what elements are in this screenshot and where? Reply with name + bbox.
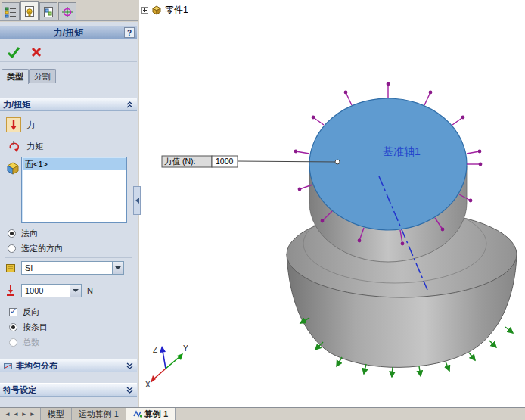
tree-root-label[interactable]: 零件1 — [165, 4, 188, 17]
reverse-checkbox[interactable] — [9, 308, 17, 316]
normal-label: 法向 — [21, 228, 38, 239]
viewport-canvas: 基准轴1 力值 (N): 1000 Z X Y — [139, 0, 525, 407]
tab-scroll-buttons: ◄ ◄ ► ► — [0, 408, 41, 420]
axis-label: 基准轴1 — [383, 145, 421, 157]
dimxpert-icon — [61, 6, 73, 18]
callout-value[interactable]: 1000 — [216, 157, 234, 166]
panel-splitter[interactable] — [133, 186, 141, 215]
statusbar-fill — [176, 408, 525, 420]
ok-button[interactable] — [6, 45, 21, 60]
radio-total[interactable] — [9, 338, 17, 347]
tab-model[interactable]: 模型 — [41, 408, 72, 420]
force-option[interactable]: 力 — [6, 117, 35, 132]
per-item-label: 按条目 — [23, 322, 48, 333]
triad-y-label: Y — [183, 344, 188, 353]
radio-selected-direction[interactable] — [8, 244, 16, 253]
panel-title: 力/扭矩 — [54, 26, 83, 39]
unit-dropdown[interactable]: SI — [21, 261, 124, 275]
force-value-row: 1000 N — [5, 284, 93, 297]
solidworks-window: 力/扭矩 ? 类型 分割 — [0, 0, 525, 420]
reverse-option[interactable]: 反向 — [9, 306, 39, 318]
radio-per-item[interactable] — [9, 323, 17, 331]
panel-actions — [0, 42, 137, 62]
dimxpert-tab[interactable] — [58, 2, 76, 20]
units-icon — [5, 262, 17, 274]
tab-motion-study-label: 运动算例 1 — [79, 409, 119, 420]
tab-motion-study[interactable]: 运动算例 1 — [72, 408, 126, 420]
torque-icon — [6, 138, 21, 154]
tab-split[interactable]: 分割 — [29, 69, 56, 83]
help-button[interactable]: ? — [124, 27, 135, 38]
group-header-symbol-settings[interactable]: 符号设定 — [0, 383, 137, 397]
unit-row: SI — [5, 261, 124, 275]
tab-study-label: 算例 1 — [144, 409, 168, 420]
tab-model-label: 模型 — [48, 409, 64, 420]
selected-direction-option[interactable]: 选定的方向 — [8, 243, 63, 254]
propertymanager-icon — [23, 5, 36, 17]
group-header-nonuniform[interactable]: 非均匀分布 — [0, 359, 137, 372]
graphics-area[interactable]: 基准轴1 力值 (N): 1000 Z X Y — [139, 0, 525, 407]
propertymanager-tab[interactable] — [20, 1, 39, 20]
featuremanager-icon — [5, 6, 17, 18]
normal-direction-option[interactable]: 法向 — [8, 228, 38, 239]
force-value: 1000 — [25, 286, 43, 295]
force-value-icon — [5, 285, 17, 297]
triad-z-label: Z — [153, 346, 157, 354]
torque-option[interactable]: 力矩 — [6, 138, 43, 154]
face-selection-filter — [6, 161, 20, 175]
collapse-panel-icon — [135, 198, 139, 204]
chevron-double-down-icon — [126, 362, 134, 370]
selected-face[interactable] — [309, 98, 467, 230]
scroll-next-icon[interactable]: ► — [21, 411, 27, 418]
tab-split-label: 分割 — [34, 71, 51, 82]
document-tab-bar: ◄ ◄ ► ► 模型 运动算例 1 算例 1 — [0, 407, 525, 420]
torque-label: 力矩 — [26, 141, 43, 152]
per-item-option[interactable]: 按条目 — [9, 322, 48, 333]
triad-x-label: X — [145, 381, 151, 389]
group-title: 非均匀分布 — [16, 360, 57, 372]
total-label: 总数 — [23, 337, 39, 348]
radio-normal[interactable] — [8, 229, 16, 238]
total-option[interactable]: 总数 — [9, 337, 39, 348]
selection-item-face1[interactable]: 面<1> — [23, 158, 126, 170]
panel-title-bar: 力/扭矩 ? — [0, 26, 137, 39]
panel-tab-strip — [0, 0, 138, 21]
configurationmanager-tab[interactable] — [39, 2, 57, 20]
chevron-up-icon — [126, 101, 134, 109]
property-manager-panel: 力/扭矩 ? 类型 分割 — [0, 22, 138, 407]
dropdown-arrow-icon[interactable] — [70, 285, 81, 297]
scroll-last-icon[interactable]: ► — [30, 411, 36, 418]
unit-value: SI — [25, 263, 33, 272]
selection-listbox[interactable]: 面<1> — [21, 157, 127, 223]
chevron-double-down-icon — [126, 386, 134, 394]
study-icon — [133, 409, 142, 418]
check-icon — [7, 46, 20, 58]
orientation-triad: Z X Y — [145, 344, 188, 389]
panel-body: 力/扭矩 力 — [0, 98, 137, 407]
selected-direction-label: 选定的方向 — [21, 243, 63, 254]
panel-tabs: 类型 分割 — [2, 69, 56, 83]
dropdown-arrow-icon[interactable] — [112, 262, 123, 274]
force-value-combo[interactable]: 1000 — [21, 284, 82, 297]
tab-study[interactable]: 算例 1 — [126, 408, 176, 420]
scroll-prev-icon[interactable]: ◄ — [13, 411, 19, 418]
cancel-button[interactable] — [29, 45, 44, 60]
unit-suffix: N — [87, 286, 93, 295]
tab-type[interactable]: 类型 — [2, 69, 29, 84]
tab-type-label: 类型 — [7, 71, 23, 82]
tree-expand-icon[interactable] — [141, 7, 148, 14]
feature-tree-root[interactable]: 零件1 — [141, 4, 188, 17]
face-select-icon — [6, 161, 20, 175]
model-part[interactable] — [287, 98, 517, 367]
group-header-force-torque[interactable]: 力/扭矩 — [0, 98, 137, 111]
force-label: 力 — [26, 120, 35, 131]
featuremanager-tab[interactable] — [2, 2, 20, 20]
part-icon — [151, 5, 162, 15]
close-icon — [30, 46, 42, 58]
group-title: 符号设定 — [3, 384, 36, 396]
scroll-first-icon[interactable]: ◄ — [5, 411, 11, 418]
callout-label: 力值 (N): — [164, 157, 195, 166]
reverse-label: 反向 — [23, 306, 39, 318]
force-icon — [6, 117, 21, 132]
group-title: 力/扭矩 — [3, 99, 30, 110]
